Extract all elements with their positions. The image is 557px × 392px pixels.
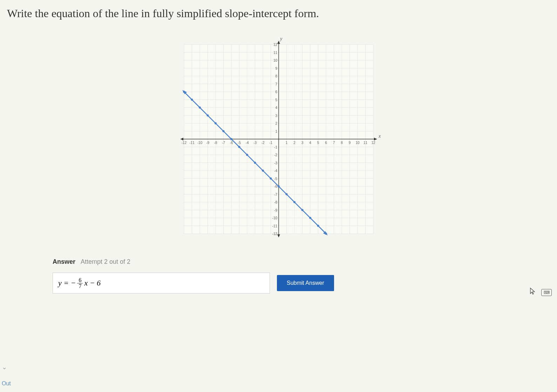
svg-text:-11: -11	[189, 141, 195, 145]
svg-text:-9: -9	[206, 141, 209, 145]
keyboard-icon[interactable]	[541, 289, 552, 296]
svg-text:7: 7	[275, 82, 277, 86]
svg-text:10: 10	[355, 141, 360, 145]
answer-input[interactable]: y = − 6 7 x − 6	[53, 273, 270, 294]
svg-point-116	[285, 193, 287, 195]
svg-text:9: 9	[348, 141, 351, 145]
svg-text:2: 2	[275, 122, 277, 125]
svg-point-111	[246, 154, 248, 156]
svg-text:5: 5	[317, 141, 319, 145]
svg-text:3: 3	[275, 114, 277, 118]
svg-text:12: 12	[371, 141, 375, 145]
svg-text:11: 11	[363, 141, 367, 145]
svg-marker-52	[277, 234, 280, 237]
svg-text:-2: -2	[274, 153, 277, 157]
x-axis-label: x	[378, 133, 381, 139]
svg-text:8: 8	[275, 74, 277, 78]
submit-answer-button[interactable]: Submit Answer	[277, 275, 334, 291]
svg-text:2: 2	[293, 141, 296, 145]
answer-label: Answer	[53, 258, 75, 265]
cursor-icon	[530, 287, 536, 297]
svg-text:6: 6	[275, 90, 277, 94]
svg-text:-12: -12	[272, 232, 277, 236]
svg-point-115	[278, 185, 280, 187]
svg-point-121	[325, 233, 327, 235]
graph-svg: x y -12-11-10-9-8-7-6-5-4-3-2-1 12345678…	[174, 34, 384, 244]
svg-text:-4: -4	[245, 141, 249, 145]
coordinate-graph: x y -12-11-10-9-8-7-6-5-4-3-2-1 12345678…	[174, 34, 384, 244]
svg-text:-3: -3	[274, 161, 277, 165]
y-axis-label: y	[279, 36, 283, 41]
attempt-text: Attempt 2 out of 2	[81, 258, 130, 265]
answer-prefix: y = −	[58, 278, 76, 288]
svg-text:4: 4	[309, 141, 311, 145]
answer-section: Answer Attempt 2 out of 2 y = − 6 7 x − …	[53, 258, 504, 294]
svg-text:-2: -2	[261, 141, 264, 145]
svg-point-107	[215, 122, 217, 124]
svg-text:-8: -8	[214, 141, 217, 145]
svg-point-120	[317, 225, 319, 227]
svg-text:6: 6	[325, 141, 327, 145]
svg-point-103	[183, 91, 185, 93]
question-text: Write the equation of the line in fully …	[0, 0, 557, 23]
svg-point-112	[254, 162, 256, 164]
svg-text:-12: -12	[181, 141, 186, 145]
svg-text:-5: -5	[238, 141, 241, 145]
svg-text:10: 10	[273, 59, 277, 62]
answer-suffix: x − 6	[84, 278, 101, 288]
svg-point-113	[262, 170, 264, 172]
svg-text:9: 9	[275, 67, 277, 70]
svg-text:1: 1	[285, 141, 287, 145]
svg-text:3: 3	[301, 141, 303, 145]
svg-text:12: 12	[273, 43, 277, 47]
svg-text:-1: -1	[269, 141, 272, 145]
svg-point-106	[206, 115, 209, 117]
svg-text:-7: -7	[274, 193, 277, 197]
svg-text:-10: -10	[197, 141, 202, 145]
svg-text:-11: -11	[272, 224, 277, 228]
answer-fraction: 6 7	[77, 277, 83, 289]
svg-text:1: 1	[275, 130, 277, 133]
svg-point-105	[199, 106, 201, 109]
svg-point-114	[270, 178, 272, 180]
svg-text:-7: -7	[222, 141, 225, 145]
svg-point-108	[222, 130, 224, 132]
chevron-down-icon[interactable]: ⌄	[2, 363, 7, 371]
svg-text:-5: -5	[274, 177, 277, 181]
svg-text:-1: -1	[274, 145, 277, 149]
svg-point-109	[230, 138, 232, 140]
svg-text:11: 11	[273, 51, 277, 55]
sidebar-out-link[interactable]: Out	[0, 379, 13, 388]
svg-text:-8: -8	[274, 200, 277, 204]
svg-text:-10: -10	[272, 216, 277, 220]
svg-marker-49	[374, 138, 377, 140]
svg-point-110	[238, 146, 240, 148]
svg-marker-51	[277, 41, 280, 44]
svg-text:4: 4	[275, 106, 277, 110]
svg-point-104	[191, 99, 193, 101]
svg-text:-9: -9	[274, 208, 277, 212]
svg-text:8: 8	[341, 141, 343, 145]
svg-text:5: 5	[275, 98, 277, 102]
svg-text:-4: -4	[274, 169, 277, 173]
svg-text:7: 7	[333, 141, 335, 145]
svg-point-117	[293, 201, 296, 203]
svg-text:-6: -6	[230, 141, 233, 145]
svg-point-119	[309, 217, 311, 219]
answer-header: Answer Attempt 2 out of 2	[53, 258, 504, 266]
svg-point-118	[301, 209, 303, 211]
svg-text:-3: -3	[253, 141, 257, 145]
svg-marker-50	[181, 138, 183, 140]
